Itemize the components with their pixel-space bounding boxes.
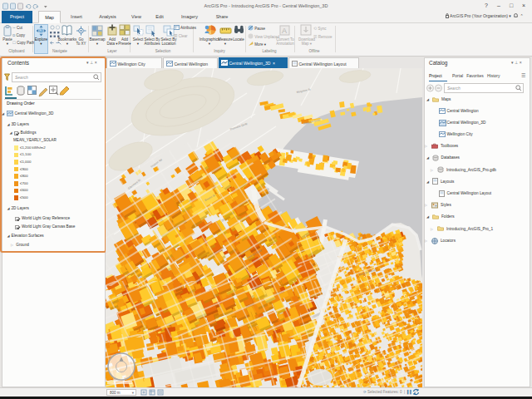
svg-text:A: A [282, 27, 287, 35]
